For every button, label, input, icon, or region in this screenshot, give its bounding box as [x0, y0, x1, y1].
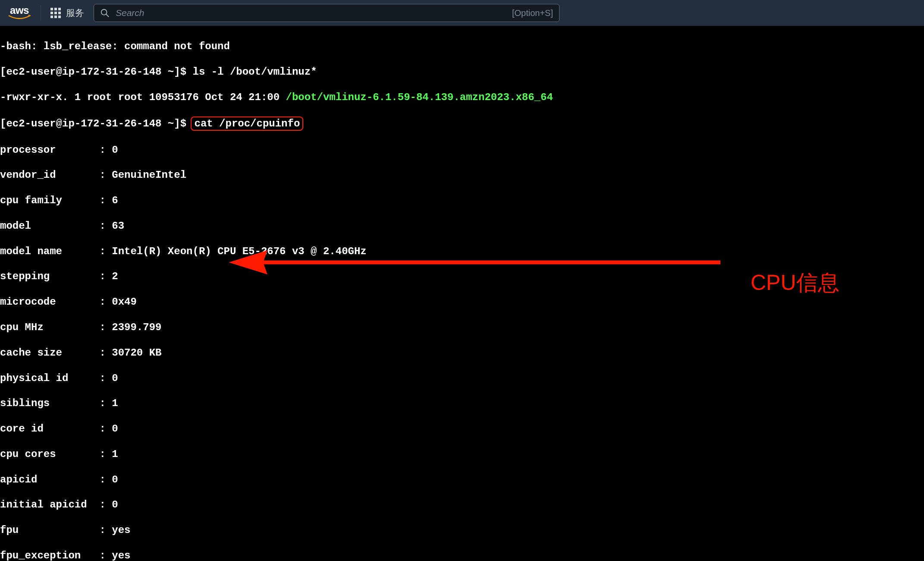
terminal[interactable]: -bash: lsb_release: command not found [e… [0, 26, 924, 561]
vmlinuz-path: /boot/vmlinuz-6.1.59-84.139.amzn2023.x86… [286, 91, 553, 103]
aws-logo-text: aws [10, 5, 29, 16]
cpuinfo-vendor-id: vendor_id : GenuineIntel [0, 169, 924, 181]
cpuinfo-siblings: siblings : 1 [0, 397, 924, 410]
services-menu[interactable]: 服务 [50, 7, 84, 19]
search-bar[interactable]: [Option+S] [94, 4, 559, 22]
aws-header: aws 服务 [Option+S] [0, 0, 924, 26]
aws-smile-icon [8, 15, 31, 21]
term-line-bash-error: -bash: lsb_release: command not found [0, 40, 924, 53]
cpuinfo-model: model : 63 [0, 220, 924, 232]
header-divider [41, 5, 41, 21]
cpuinfo-cpu-mhz: cpu MHz : 2399.799 [0, 321, 924, 334]
cpuinfo-cpu-cores: cpu cores : 1 [0, 448, 924, 460]
search-icon [100, 8, 110, 18]
highlighted-command: cat /proc/cpuinfo [191, 117, 303, 131]
cpuinfo-apicid: apicid : 0 [0, 473, 924, 486]
cpuinfo-stepping: stepping : 2 [0, 270, 924, 283]
services-label: 服务 [66, 7, 84, 19]
cpuinfo-core-id: core id : 0 [0, 422, 924, 435]
cpuinfo-fpu-exception: fpu_exception : yes [0, 549, 924, 561]
search-input[interactable] [116, 8, 506, 18]
search-shortcut: [Option+S] [512, 8, 553, 18]
svg-point-0 [101, 9, 107, 15]
term-line-prompt1: [ec2-user@ip-172-31-26-148 ~]$ ls -l /bo… [0, 66, 924, 78]
svg-line-1 [106, 14, 109, 17]
cpuinfo-cpu-family: cpu family : 6 [0, 194, 924, 207]
cpuinfo-physical-id: physical id : 0 [0, 372, 924, 385]
aws-logo[interactable]: aws [8, 5, 31, 21]
cpuinfo-model-name: model name : Intel(R) Xeon(R) CPU E5-267… [0, 245, 924, 258]
cpuinfo-initial-apicid: initial apicid : 0 [0, 498, 924, 511]
cpuinfo-microcode: microcode : 0x49 [0, 296, 924, 308]
term-line-prompt2: [ec2-user@ip-172-31-26-148 ~]$ cat /proc… [0, 117, 924, 131]
cpuinfo-processor: processor : 0 [0, 144, 924, 156]
cpuinfo-cache-size: cache size : 30720 KB [0, 347, 924, 359]
cpuinfo-fpu: fpu : yes [0, 524, 924, 536]
grid-icon [50, 8, 61, 18]
term-line-ls-output: -rwxr-xr-x. 1 root root 10953176 Oct 24 … [0, 91, 924, 104]
